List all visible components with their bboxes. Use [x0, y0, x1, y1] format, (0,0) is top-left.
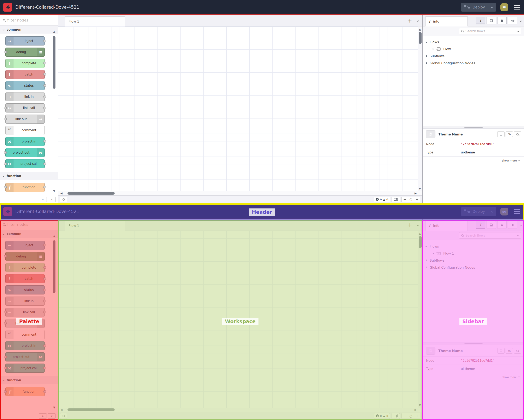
zoom-out-button[interactable]: −: [402, 413, 408, 419]
scrollbar-thumb[interactable]: [53, 36, 55, 89]
node-help-button[interactable]: [497, 131, 505, 137]
tree-item-flows[interactable]: Flows: [423, 38, 524, 45]
expand-all-categories-button[interactable]: »: [48, 197, 56, 202]
palette-category-function[interactable]: function: [0, 376, 58, 384]
palette-node-project-call[interactable]: ⋈project call: [5, 159, 45, 168]
main-menu-button[interactable]: [513, 208, 521, 215]
info-tab-button[interactable]: i: [476, 221, 485, 229]
search-flows-input[interactable]: [465, 29, 516, 33]
user-avatar[interactable]: su: [500, 208, 508, 215]
deploy-button[interactable]: Deploy: [461, 3, 496, 12]
sidebar-splitter[interactable]: [423, 126, 524, 129]
info-tab-button[interactable]: i: [476, 17, 485, 24]
palette-node-complete[interactable]: !complete: [5, 59, 45, 68]
node-red-logo-icon[interactable]: [3, 207, 12, 216]
tree-item-flows[interactable]: Flows: [423, 243, 524, 250]
tab-info[interactable]: i info: [425, 16, 468, 26]
node-red-logo-icon[interactable]: [3, 3, 12, 12]
scroll-down-icon[interactable]: ▼: [52, 406, 56, 409]
palette-node-link-call[interactable]: ↔link call: [5, 103, 45, 112]
palette-node-link-in[interactable]: →link in: [5, 92, 45, 101]
scroll-left-icon[interactable]: ◀: [61, 408, 62, 411]
filter-nodes-input[interactable]: [7, 18, 55, 22]
tab-flow-1[interactable]: Flow 1: [65, 16, 125, 26]
search-flows-box[interactable]: [459, 232, 521, 239]
tab-info[interactable]: i info: [425, 221, 468, 231]
filter-nodes-input[interactable]: [7, 222, 55, 227]
tree-item-subflows[interactable]: Subflows: [423, 257, 524, 264]
scroll-right-icon[interactable]: ▶: [415, 192, 417, 195]
minimap-toggle-button[interactable]: [392, 413, 400, 419]
show-more-toggle[interactable]: show more: [423, 156, 524, 165]
flow-list-chevron-icon[interactable]: [417, 19, 419, 22]
deploy-button[interactable]: Deploy: [461, 207, 496, 216]
palette-node-catch[interactable]: !catch: [5, 274, 45, 283]
palette-node-link-out[interactable]: →link out: [5, 115, 45, 124]
notification-counts[interactable]: i 0 ▲ 0: [374, 197, 390, 202]
minimap-toggle-button[interactable]: [392, 197, 400, 202]
palette-node-project-call[interactable]: ⋈project call: [5, 364, 45, 373]
add-flow-button[interactable]: +: [408, 18, 412, 23]
sidebar-collapse-chevron-icon[interactable]: [519, 224, 522, 226]
config-tab-button[interactable]: [508, 221, 517, 229]
copy-link-button[interactable]: %: [506, 131, 513, 137]
flow-canvas[interactable]: ▲ ▼: [58, 26, 422, 191]
config-tab-button[interactable]: [508, 17, 517, 24]
zoom-reset-button[interactable]: ○: [408, 413, 414, 419]
scroll-left-icon[interactable]: ◀: [61, 192, 62, 195]
scroll-up-icon[interactable]: ▲: [418, 232, 422, 235]
scroll-right-icon[interactable]: ▶: [415, 408, 417, 411]
palette-node-complete[interactable]: !complete: [5, 263, 45, 272]
node-help-button[interactable]: [497, 348, 505, 354]
show-more-toggle[interactable]: show more: [423, 373, 524, 381]
palette-node-status[interactable]: ∿status: [5, 81, 45, 90]
zoom-in-button[interactable]: +: [414, 413, 420, 419]
palette-scrollbar[interactable]: ▲ ▼: [52, 231, 56, 410]
collapse-all-categories-button[interactable]: «: [39, 413, 47, 419]
config-node-button[interactable]: [426, 347, 436, 355]
scroll-down-icon[interactable]: ▼: [52, 189, 56, 192]
palette-node-project-in[interactable]: ⋈project in: [5, 137, 45, 146]
find-node-button[interactable]: [514, 131, 521, 137]
scroll-down-icon[interactable]: ▼: [418, 187, 422, 190]
expand-all-categories-button[interactable]: »: [48, 413, 56, 419]
search-options-chevron-icon[interactable]: [517, 234, 519, 236]
add-flow-button[interactable]: +: [408, 222, 412, 228]
user-avatar[interactable]: su: [500, 3, 508, 11]
help-tab-button[interactable]: [487, 221, 496, 229]
find-node-button[interactable]: [514, 348, 521, 354]
scrollbar-thumb[interactable]: [419, 32, 422, 44]
collapse-all-categories-button[interactable]: «: [39, 197, 47, 202]
copy-link-button[interactable]: %: [506, 348, 513, 354]
palette-scrollbar[interactable]: ▲ ▼: [52, 27, 56, 194]
scrollbar-thumb[interactable]: [419, 236, 422, 248]
sidebar-splitter[interactable]: [423, 342, 524, 345]
palette-node-debug[interactable]: ≡debug: [5, 48, 45, 57]
workspace-search-button[interactable]: [60, 413, 67, 419]
help-tab-button[interactable]: [487, 17, 496, 24]
scroll-up-icon[interactable]: ▲: [418, 28, 422, 31]
palette-node-project-out[interactable]: ⋈project out: [5, 148, 45, 157]
palette-category-common[interactable]: common: [0, 230, 58, 238]
scroll-up-icon[interactable]: ▲: [52, 30, 56, 33]
search-options-chevron-icon[interactable]: [517, 30, 519, 32]
scrollbar-thumb[interactable]: [68, 408, 115, 411]
palette-category-common[interactable]: common: [0, 26, 58, 34]
workspace-horizontal-scrollbar[interactable]: ◀ ▶: [58, 191, 422, 195]
config-node-button[interactable]: [426, 130, 436, 138]
scroll-up-icon[interactable]: ▲: [52, 234, 56, 237]
palette-node-project-out[interactable]: ⋈project out: [5, 352, 45, 361]
palette-node-project-in[interactable]: ⋈project in: [5, 341, 45, 350]
workspace-horizontal-scrollbar[interactable]: ◀ ▶: [58, 408, 422, 412]
tree-item-flow-1[interactable]: Flow 1: [423, 45, 524, 52]
tree-item-flow-1[interactable]: Flow 1: [423, 250, 524, 257]
palette-node-link-out[interactable]: →link out: [5, 319, 45, 328]
zoom-reset-button[interactable]: ○: [408, 197, 414, 202]
palette-node-inject[interactable]: →inject: [5, 36, 45, 45]
scrollbar-thumb[interactable]: [53, 240, 55, 293]
scroll-down-icon[interactable]: ▼: [418, 404, 422, 407]
tab-flow-1[interactable]: Flow 1: [65, 221, 125, 231]
palette-node-catch[interactable]: !catch: [5, 70, 45, 79]
workspace-vertical-scrollbar[interactable]: ▲ ▼: [418, 26, 422, 191]
palette-node-function[interactable]: ƒfunction: [5, 387, 45, 396]
